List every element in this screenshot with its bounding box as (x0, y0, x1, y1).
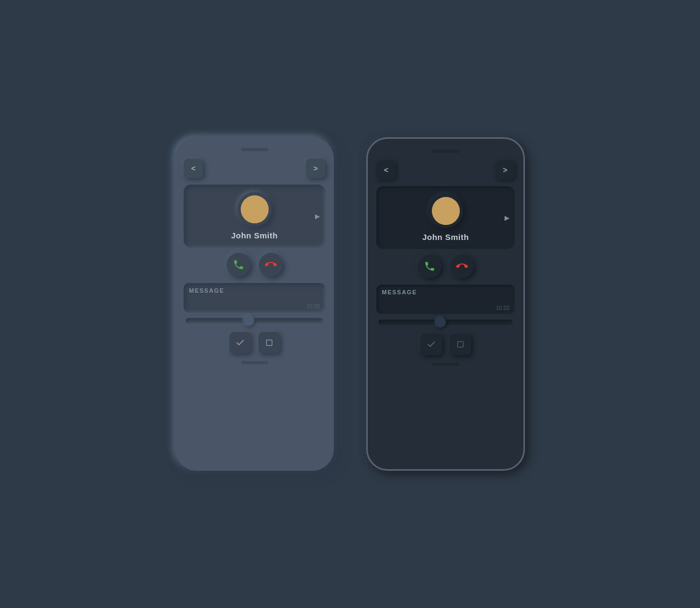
contact-name-right: John Smith (422, 232, 469, 242)
message-label-left: MESSAGE (189, 287, 320, 294)
call-row-right (418, 254, 474, 278)
card-arrow-right: ▶ (505, 214, 509, 222)
phone-right: < > John Smith ▶ MESSAGE (366, 137, 525, 471)
check-icon-right (426, 340, 436, 349)
square-icon-left (264, 338, 274, 348)
nav-row-right: < > (376, 160, 515, 180)
message-label-right: MESSAGE (382, 289, 509, 295)
decline-call-icon-right (456, 260, 468, 272)
accept-call-button-left[interactable] (227, 253, 250, 277)
message-time-left: 10:20 (189, 303, 320, 309)
accept-call-icon-left (233, 259, 244, 271)
avatar-face-left (241, 195, 269, 223)
forward-button-right[interactable]: > (495, 160, 515, 180)
avatar-person-icon-left (244, 203, 265, 223)
svg-point-0 (250, 206, 258, 214)
avatar-left[interactable] (237, 192, 272, 227)
square-button-left[interactable] (258, 332, 280, 354)
svg-rect-2 (266, 340, 272, 346)
back-button-left[interactable]: < (184, 159, 203, 178)
check-button-right[interactable] (421, 334, 442, 355)
svg-point-3 (441, 207, 450, 216)
check-button-left[interactable] (229, 332, 251, 354)
speaker-notch-top-left (241, 148, 268, 151)
message-area-left[interactable]: MESSAGE 10:20 (184, 283, 325, 313)
accept-call-icon-right (424, 260, 436, 272)
speaker-notch-bottom-left (241, 361, 268, 364)
contact-card-right: John Smith ▶ (376, 186, 515, 249)
slider-track-right (379, 320, 513, 325)
phone-left: < > John Smith ▶ MESSAGE (175, 137, 334, 471)
avatar-face-right (432, 197, 460, 225)
svg-point-1 (247, 216, 261, 223)
back-button-right[interactable]: < (376, 160, 396, 180)
message-area-right[interactable]: MESSAGE 10:20 (376, 285, 515, 314)
check-icon-left (235, 338, 245, 348)
decline-call-button-right[interactable] (450, 254, 474, 278)
slider-right[interactable] (376, 320, 515, 325)
svg-point-4 (438, 217, 452, 225)
slider-track-left (186, 318, 323, 323)
square-button-right[interactable] (450, 334, 471, 355)
nav-row-left: < > (184, 159, 325, 178)
slider-left[interactable] (184, 318, 325, 323)
action-row-right (421, 334, 471, 355)
forward-button-left[interactable]: > (306, 159, 325, 178)
accept-call-button-right[interactable] (418, 254, 442, 278)
call-row-left (227, 253, 283, 277)
speaker-notch-bottom-right (432, 363, 459, 366)
svg-rect-5 (457, 342, 463, 348)
message-time-right: 10:20 (382, 305, 509, 311)
slider-thumb-left[interactable] (243, 315, 254, 326)
slider-thumb-right[interactable] (435, 317, 446, 328)
decline-call-icon-left (265, 259, 277, 271)
contact-card-left: John Smith ▶ (184, 185, 325, 248)
avatar-right[interactable] (429, 194, 463, 228)
square-icon-right (456, 340, 465, 349)
card-arrow-left: ▶ (315, 213, 320, 220)
decline-call-button-left[interactable] (259, 253, 283, 277)
avatar-person-icon-right (436, 204, 456, 225)
action-row-left (229, 332, 280, 354)
contact-name-left: John Smith (231, 231, 278, 240)
speaker-notch-top-right (432, 150, 459, 153)
